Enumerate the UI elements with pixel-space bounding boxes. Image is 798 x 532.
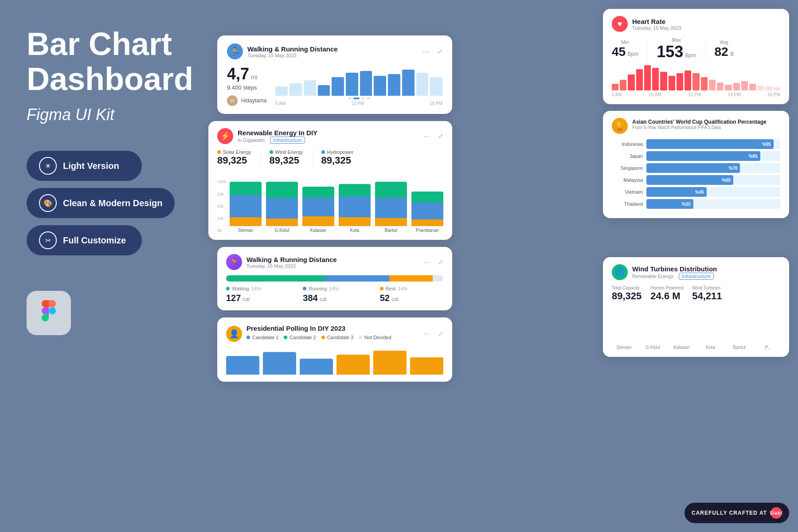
- bar-8: [388, 74, 400, 96]
- wc-malaysia-bar-bg: %65: [646, 175, 780, 185]
- bar-3: [318, 85, 330, 96]
- dot-3: [367, 98, 370, 99]
- main-title: Bar Chart Dashboard: [27, 27, 239, 97]
- wind-legend: Wind Energy: [270, 149, 303, 155]
- progress-rest: [389, 275, 433, 282]
- bar-kota: Kota: [339, 182, 371, 233]
- walk-top-expand[interactable]: ⤢: [437, 48, 442, 55]
- walking-dot: [226, 287, 230, 290]
- walk-top-icon: 🏃: [227, 43, 243, 59]
- notdecided-legend: Not Decided: [359, 335, 391, 340]
- solar-dot: [217, 150, 221, 154]
- wc-bars: Indonesia %95 Japan %85 Singapore %70: [612, 139, 780, 209]
- cand1-dot: [246, 336, 250, 339]
- walking-val-row: 127 cal: [226, 293, 289, 303]
- walk-top-card: 🏃 Walking & Running Distance Tuesday, 15…: [217, 35, 452, 114]
- walk-bottom-date: Tuesday, 15 May 2023: [246, 263, 337, 269]
- hbar-7: [669, 76, 675, 90]
- wind-bar-kalasan: Kalasan: [669, 343, 694, 350]
- wc-indonesia-bar: %95: [646, 139, 774, 149]
- cand3-legend: Candidate 3: [321, 335, 353, 340]
- hbar-20: [774, 87, 780, 90]
- hbar-4: [644, 65, 651, 90]
- wind-bar-chart: Sleman G.Kidul Kalasan Kota Bantul P...: [612, 305, 780, 350]
- wc-thailand-bar-bg: %35: [646, 199, 780, 209]
- heart-avg: Avg 82 B: [715, 39, 734, 59]
- polling-header: 👤 Presidential Polling In DIY 2023 Candi…: [226, 325, 443, 343]
- heart-title: Heart Rate: [632, 18, 681, 25]
- polling-icon: 👤: [226, 326, 242, 342]
- energy-menu[interactable]: ···: [423, 132, 430, 141]
- wind-title-block: Wind Turbines Distribution Renewable Ene…: [632, 265, 717, 280]
- wc-japan-bar-bg: %85: [646, 151, 780, 161]
- running-label: Running 14%: [303, 286, 366, 291]
- hbar-5: [652, 68, 659, 90]
- polling-menu[interactable]: ···: [423, 329, 430, 338]
- bar-sleman: Sleman: [230, 182, 262, 233]
- feature-light-version[interactable]: ☀ Light Version: [27, 151, 142, 181]
- wc-thailand-pct: %35: [682, 202, 691, 207]
- energy-title: Renewable Energy In DIY: [238, 129, 317, 137]
- label-18pm: 18 PM: [430, 101, 442, 106]
- feature-clean-design[interactable]: 🎨 Clean & Modern Design: [27, 188, 175, 218]
- heart-header: ♥ Heart Rate Tuesday, 15 May 2023: [612, 16, 780, 32]
- heart-time-labels: 6 AM 10 AM 12 PM 14 PM 16 PM: [612, 92, 780, 97]
- heart-divider-2: [705, 38, 706, 60]
- wind-stats: Total Capacity 89,325 Homes Powered 24.6…: [612, 286, 780, 302]
- kota-label: Kota: [350, 228, 360, 233]
- bar-4: [332, 77, 344, 96]
- time-12pm: 12 PM: [688, 92, 701, 97]
- wind-subtitle: Renewable Energy: [632, 274, 673, 279]
- energy-title-block: Renewable Energy In DIY In Gigawatts Inf…: [238, 129, 317, 144]
- hydro-dot: [321, 150, 325, 154]
- solar-val-block: Solar Energy 89,325: [217, 149, 251, 166]
- energy-header: ⚡ Renewable Energy In DIY In Gigawatts I…: [217, 128, 443, 144]
- walk-distance: 4,7: [227, 65, 249, 83]
- bar-6: [360, 71, 372, 96]
- running-dot: [303, 287, 306, 290]
- wind-bantul-label: Bantul: [733, 345, 745, 350]
- solar-legend: Solar Energy: [217, 149, 251, 155]
- wind-bar-p: P...: [756, 343, 780, 350]
- time-16pm: 16 PM: [767, 92, 780, 97]
- energy-expand[interactable]: ⤢: [438, 133, 443, 140]
- wind-bar-bantul: Bantul: [727, 343, 751, 350]
- heart-date: Tuesday, 15 May 2023: [632, 25, 681, 31]
- walk-top-title-block: Walking & Running Distance Tuesday, 15 M…: [247, 45, 338, 58]
- walk-dots-nav: [275, 98, 442, 99]
- energy-tag: Infrastructure: [270, 137, 305, 144]
- feature-customize[interactable]: ✂ Full Customize: [27, 225, 142, 255]
- dot-2: [361, 98, 365, 99]
- progress-bar: [226, 275, 443, 282]
- heart-icon: ♥: [612, 16, 628, 32]
- polling-chart: [226, 348, 443, 375]
- hbar-19: [765, 86, 772, 90]
- walk-top-menu[interactable]: ···: [422, 47, 429, 56]
- wc-indonesia-bar-bg: %95: [646, 139, 780, 149]
- walk-bottom-card: 🏃 Walking & Running Distance Tuesday, 15…: [217, 247, 452, 310]
- wc-japan: Japan %85: [612, 151, 780, 161]
- stat-rest: Rest 14% 52 cal: [380, 286, 443, 303]
- hydro-val: 89,325: [321, 155, 353, 166]
- walk-bottom-expand[interactable]: ⤢: [438, 258, 443, 266]
- energy-subtitle: In Gigawatts: [238, 137, 265, 143]
- polling-expand[interactable]: ⤢: [438, 330, 443, 337]
- bar-10: [416, 73, 429, 96]
- wc-japan-label: Japan: [612, 153, 643, 159]
- poll-bar-3: [300, 359, 333, 375]
- slab-logo: Slab!: [771, 507, 782, 519]
- walk-bottom-menu[interactable]: ···: [423, 258, 430, 267]
- hbar-18: [757, 86, 764, 90]
- wind-total-capacity: Total Capacity 89,325: [612, 286, 642, 302]
- wc-singapore-pct: %70: [728, 166, 737, 171]
- light-version-icon: ☀: [39, 157, 57, 175]
- bar-prambanan: Prambanan: [411, 182, 443, 233]
- sleman-wind: [230, 182, 262, 195]
- wind-p-label: P...: [765, 345, 771, 350]
- hbar-11: [701, 77, 708, 90]
- wc-malaysia-label: Malaysia: [612, 177, 643, 183]
- crafted-text: CAREFULLY CRAFTED AT: [692, 510, 767, 516]
- wind-sleman-label: Sleman: [617, 345, 632, 350]
- hbar-10: [692, 73, 699, 90]
- poll-bar-5: [373, 351, 407, 375]
